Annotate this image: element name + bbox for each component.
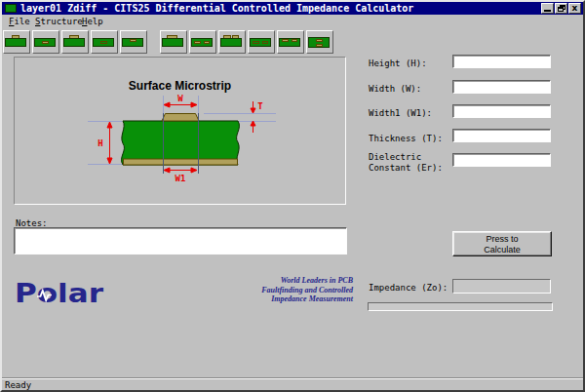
toolbar-button-stripline[interactable] — [91, 30, 118, 54]
stripline-icon — [93, 34, 116, 50]
width1-label: Width1 (W1): — [369, 108, 432, 119]
diff-coated-microstrip-icon — [220, 34, 244, 50]
diff-embedded-microstrip-icon — [191, 34, 214, 50]
toolbar-button-diff-coated-microstrip[interactable] — [218, 30, 246, 54]
height-input[interactable] — [452, 55, 551, 68]
polar-logo-waveform-icon — [36, 289, 54, 302]
width1-input[interactable] — [452, 104, 551, 118]
status-text: Ready — [5, 380, 31, 390]
dim-label-w: W — [177, 94, 183, 103]
toolbar-button-diff-embedded-microstrip[interactable] — [189, 30, 216, 54]
diff-stripline-icon — [250, 34, 273, 50]
toolbar-button-offset-stripline[interactable] — [120, 30, 147, 54]
dim-label-w1: W1 — [176, 174, 186, 183]
menu-help[interactable]: Help — [82, 16, 103, 27]
structure-diagram-panel: Surface Microstrip — [14, 57, 346, 205]
trace — [162, 114, 199, 122]
width-label: Width (W): — [369, 84, 421, 95]
polar-logo-text: Polar — [15, 278, 103, 308]
substrate — [122, 121, 240, 165]
toolbar-button-diff-offset-stripline[interactable] — [277, 30, 304, 54]
ground-plane — [124, 159, 238, 165]
title-bar: layer01 Zdiff - CITS25 Differential Cont… — [2, 2, 583, 15]
restore-button[interactable] — [555, 3, 567, 14]
microstrip-cross-section-diagram: W W1 H T — [15, 58, 347, 206]
diff-offset-stripline-icon — [279, 34, 302, 50]
menu-bar: File Structure Help — [2, 15, 583, 28]
dim-label-h: H — [98, 138, 102, 148]
brand-tagline: World Leaders in PCB Faultfinding and Co… — [197, 276, 353, 304]
toolbar-button-diff-broadside-stripline[interactable] — [306, 30, 333, 54]
surface-microstrip-icon — [5, 34, 28, 50]
polar-logo: Polar — [15, 279, 103, 308]
app-icon — [5, 4, 17, 13]
width-input[interactable] — [452, 80, 551, 94]
app-window: layer01 Zdiff - CITS25 Differential Cont… — [0, 0, 585, 392]
toolbar-button-embedded-microstrip[interactable] — [32, 30, 59, 54]
diff-surface-microstrip-icon — [162, 34, 185, 50]
close-button[interactable]: x — [568, 3, 581, 14]
impedance-result-field — [452, 279, 551, 294]
toolbar-button-surface-microstrip[interactable] — [3, 30, 30, 54]
embedded-microstrip-icon — [34, 34, 58, 50]
toolbar — [2, 28, 583, 57]
dielectric-label: Dielectric Constant (Er): — [369, 152, 454, 174]
toolbar-button-diff-stripline[interactable] — [248, 30, 275, 54]
thickness-label: Thickness (T): — [369, 134, 443, 144]
offset-stripline-icon — [122, 34, 145, 50]
menu-file[interactable]: File — [9, 16, 30, 27]
minimize-button[interactable] — [541, 3, 554, 14]
window-title: layer01 Zdiff - CITS25 Differential Cont… — [20, 2, 413, 15]
impedance-label: Impedance (Zo): — [369, 283, 448, 293]
diff-broadside-stripline-icon — [308, 34, 332, 50]
notes-input[interactable] — [14, 227, 347, 255]
thickness-input[interactable] — [452, 129, 551, 142]
toolbar-button-coated-microstrip[interactable] — [61, 30, 89, 54]
calculate-button[interactable]: Press to Calculate — [452, 231, 552, 256]
dim-label-t: T — [257, 101, 263, 111]
close-icon: x — [569, 4, 580, 13]
dielectric-input[interactable] — [452, 153, 551, 167]
progress-bar — [368, 302, 553, 311]
minimize-icon — [544, 10, 551, 12]
coated-microstrip-icon — [63, 34, 87, 50]
status-bar: Ready — [2, 377, 583, 390]
menu-structure[interactable]: Structure — [35, 16, 83, 27]
toolbar-button-diff-surface-microstrip[interactable] — [160, 30, 187, 54]
height-label: Height (H): — [369, 59, 427, 69]
